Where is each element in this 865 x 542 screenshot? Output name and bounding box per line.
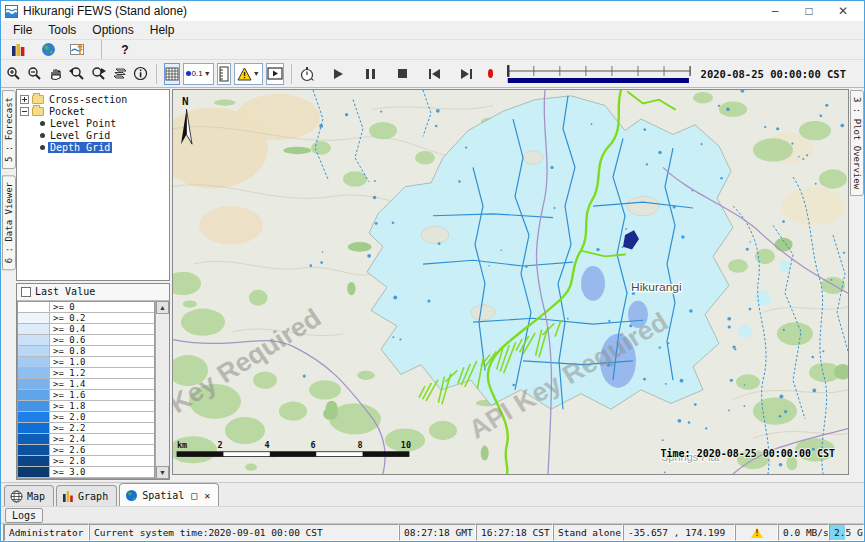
skip-end-icon[interactable] [455, 63, 477, 85]
legend-scrollbar[interactable]: ▲ ▼ [155, 301, 169, 479]
tree-node-depth-grid[interactable]: Depth Grid [20, 141, 169, 153]
legend-row: >= 1.8 [18, 401, 154, 412]
svg-text:2: 2 [217, 440, 222, 450]
legend-swatch [18, 412, 50, 422]
tab-map[interactable]: Map [4, 485, 54, 506]
legend-row: >= 2.6 [18, 445, 154, 456]
status-user: Administrator [4, 524, 89, 541]
tree-node-level-grid[interactable]: Level Grid [20, 129, 169, 141]
zoom-previous-icon[interactable] [67, 63, 86, 85]
tab-forecast[interactable]: 5 : Forecast [2, 90, 16, 169]
menu-item[interactable]: Options [84, 21, 141, 39]
zoom-out-icon[interactable] [26, 63, 44, 85]
legend-row: >= 2.0 [18, 412, 154, 423]
svg-text:8: 8 [357, 440, 362, 450]
svg-text:6: 6 [310, 440, 315, 450]
pause-icon[interactable] [359, 63, 381, 85]
stop-icon[interactable] [391, 63, 413, 85]
tab-spatial[interactable]: Spatial □ ✕ [119, 483, 219, 506]
status-warning-cell[interactable] [735, 524, 778, 541]
title-bar: Hikurangi FEWS (Stand alone) – □ ✕ [1, 1, 864, 21]
tab-graph[interactable]: Graph [56, 485, 117, 506]
legend-row: >= 2.8 [18, 456, 154, 467]
skip-start-icon[interactable] [423, 63, 445, 85]
svg-text:km: km [177, 440, 187, 450]
legend-swatch [18, 335, 50, 345]
tree-node-cross-section[interactable]: Cross-section [20, 93, 169, 105]
legend-list: >= 0 >= 0.2 >= 0.4 >= 0.6 >= 0.8 [17, 301, 155, 479]
tab-close-icon[interactable]: ✕ [204, 490, 210, 501]
scroll-up-icon[interactable]: ▲ [156, 301, 169, 314]
minimize-button[interactable]: – [758, 2, 792, 20]
folder-icon [32, 95, 44, 104]
legend-row: >= 2.4 [18, 434, 154, 445]
svg-text:4: 4 [264, 440, 269, 450]
timeline-date: 2020-08-25 00:00:00 CST [701, 68, 860, 80]
tab-maximize-icon[interactable]: □ [191, 490, 197, 501]
record-icon[interactable] [488, 69, 493, 78]
legend-swatch [18, 423, 50, 433]
legend-panel: Last Value >= 0 >= 0.2 >= 0.4 [16, 283, 170, 480]
expand-icon[interactable] [20, 95, 29, 104]
warning-dropdown[interactable]: ▼ [234, 63, 263, 85]
legend-swatch [18, 346, 50, 356]
play-icon[interactable] [327, 63, 349, 85]
tab-data-viewer[interactable]: 6 : Data Viewer [2, 175, 16, 270]
data-store-icon[interactable] [7, 39, 29, 61]
menu-item[interactable]: Help [142, 21, 183, 39]
layers-icon[interactable] [111, 63, 129, 85]
threshold-dropdown[interactable]: 0.1 ▼ [183, 63, 214, 85]
scroll-down-icon[interactable]: ▼ [156, 466, 169, 479]
tree-node-pocket[interactable]: Pocket [20, 105, 169, 117]
longitudinal-profile-icon[interactable] [67, 39, 89, 61]
warning-icon [751, 528, 763, 538]
maximize-button[interactable]: □ [792, 2, 826, 20]
menu-item[interactable]: Tools [40, 21, 84, 39]
logs-button[interactable]: Logs [5, 508, 43, 523]
right-tab-strip: 3 : Plot Overview [849, 88, 864, 482]
bullet-icon [40, 145, 45, 150]
legend-row: >= 1.4 [18, 379, 154, 390]
legend-swatch [18, 368, 50, 378]
legend-title: Last Value [35, 286, 95, 297]
map-canvas[interactable]: API Key Required API Key Required Hikura… [172, 89, 849, 475]
collapse-icon[interactable] [20, 107, 29, 116]
tree-node-level-point[interactable]: Level Point [20, 117, 169, 129]
left-tab-strip: 5 : Forecast 6 : Data Viewer [1, 88, 16, 482]
status-system-time: Current system time:2020-09-01 00:00 CST [89, 524, 399, 541]
legend-swatch [18, 445, 50, 455]
last-value-checkbox[interactable] [21, 287, 31, 297]
pan-hand-icon[interactable] [47, 63, 64, 85]
zoom-in-icon[interactable] [5, 63, 23, 85]
legend-swatch [18, 478, 50, 479]
help-icon[interactable]: ? [114, 39, 136, 61]
legend-row: >= 1.2 [18, 368, 154, 379]
bottom-tab-row: Map Graph Spatial □ ✕ [1, 482, 864, 506]
timeline-slider[interactable] [506, 62, 691, 86]
menu-item[interactable]: File [5, 21, 40, 39]
legend-row: >= 0.2 [18, 313, 154, 324]
legend-row: >= 0.6 [18, 335, 154, 346]
legend-row: >= 3.0 [18, 467, 154, 478]
tab-plot-overview[interactable]: 3 : Plot Overview [850, 90, 864, 196]
legend-swatch [18, 467, 50, 477]
globe-icon[interactable] [37, 39, 59, 61]
logs-row: Logs [1, 506, 864, 523]
grid-icon[interactable] [164, 63, 180, 85]
status-memory: 2.5 GB [829, 524, 864, 541]
legend-row: >= 2.2 [18, 423, 154, 434]
legend-swatch [18, 456, 50, 466]
zoom-next-icon[interactable] [89, 63, 108, 85]
info-icon[interactable] [132, 63, 149, 85]
ruler-icon[interactable] [217, 63, 231, 85]
animation-icon[interactable] [266, 63, 284, 85]
status-mode: Stand alone [553, 524, 623, 541]
legend-swatch [18, 401, 50, 411]
status-coordinates: -35.657 , 174.199 [623, 524, 735, 541]
stopwatch-icon[interactable] [298, 63, 316, 85]
status-local-time: 16:27:18 CST [476, 524, 553, 541]
status-gmt-time: 08:27:18 GMT [399, 524, 476, 541]
map-time-label: Time: 2020-08-25 00:00:00 CST [661, 448, 836, 459]
close-button[interactable]: ✕ [826, 2, 860, 20]
bar-chart-icon [62, 490, 74, 502]
